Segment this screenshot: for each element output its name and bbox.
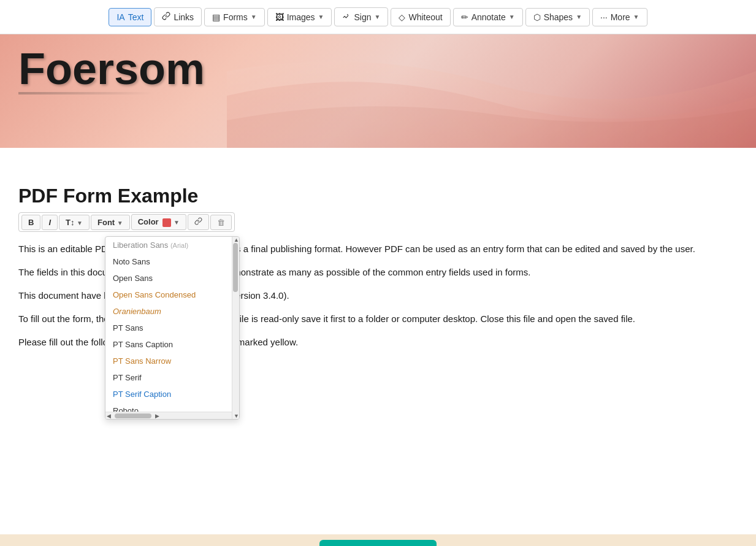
images-icon: 🖼 bbox=[275, 12, 284, 22]
delete-text-button[interactable]: 🗑 bbox=[210, 215, 232, 230]
toolbar-btn-annotate[interactable]: ✏ Annotate ▼ bbox=[453, 8, 523, 26]
link-icon bbox=[162, 12, 170, 22]
chevron-annotate: ▼ bbox=[509, 13, 515, 20]
document-title: PDF Form Example bbox=[18, 185, 738, 207]
document-banner: Foersom bbox=[0, 34, 756, 148]
footer-bar: Given Name Apply changes › bbox=[0, 534, 756, 546]
font-item-liberation[interactable]: Liberation Sans (Arial) bbox=[105, 237, 239, 253]
whiteout-icon: ◇ bbox=[399, 12, 405, 22]
main-toolbar: IA Text Links ▤ Forms ▼ 🖼 Images ▼ Sign … bbox=[0, 0, 756, 34]
sign-icon bbox=[342, 12, 351, 22]
font-dropdown-scrollbar[interactable]: ▲ ▼ bbox=[232, 237, 239, 419]
link-text-button[interactable] bbox=[188, 214, 209, 230]
font-size-button[interactable]: T↕ ▼ bbox=[59, 215, 90, 230]
toolbar-btn-text[interactable]: IA Text bbox=[109, 8, 151, 26]
font-dropdown: Liberation Sans (Arial) Noto Sans Open S… bbox=[105, 236, 240, 420]
font-item-opensans[interactable]: Open Sans bbox=[105, 270, 239, 286]
chevron-forms: ▼ bbox=[251, 13, 257, 20]
text-icon: IA bbox=[116, 12, 124, 22]
font-item-oranienbaum[interactable]: Oranienbaum bbox=[105, 303, 239, 320]
font-dropdown-hscroll[interactable]: ◀ ▶ bbox=[105, 412, 232, 419]
chevron-images: ▼ bbox=[318, 13, 324, 20]
banner-spacer bbox=[0, 148, 756, 166]
shapes-icon: ⬡ bbox=[533, 12, 541, 22]
bold-button[interactable]: B bbox=[21, 215, 40, 230]
font-button[interactable]: Font ▼ bbox=[91, 215, 130, 230]
apply-changes-button[interactable]: Apply changes › bbox=[319, 540, 437, 546]
font-item-pt-serif[interactable]: PT Serif bbox=[105, 369, 239, 386]
annotate-icon: ✏ bbox=[461, 12, 468, 22]
scrollbar-up-arrow[interactable]: ▲ bbox=[234, 237, 239, 243]
main-content: Foersom PDF Form Example B I T↕ bbox=[0, 34, 756, 546]
text-editing-toolbar: B I T↕ ▼ Font ▼ Color ▼ 🗑 bbox=[18, 212, 235, 232]
chevron-shapes: ▼ bbox=[576, 13, 582, 20]
toolbar-btn-more[interactable]: ··· More ▼ bbox=[592, 8, 647, 26]
scrollbar-down-arrow[interactable]: ▼ bbox=[234, 413, 239, 419]
toolbar-btn-shapes[interactable]: ⬡ Shapes ▼ bbox=[525, 8, 590, 26]
toolbar-btn-sign[interactable]: Sign ▼ bbox=[334, 7, 388, 26]
hscroll-left-arrow[interactable]: ◀ bbox=[105, 413, 112, 419]
toolbar-btn-whiteout[interactable]: ◇ Whiteout bbox=[391, 8, 450, 26]
italic-button[interactable]: I bbox=[42, 215, 58, 230]
font-item-noto[interactable]: Noto Sans bbox=[105, 253, 239, 270]
chevron-more: ▼ bbox=[633, 13, 640, 20]
banner-logo: Foersom bbox=[18, 47, 205, 94]
chevron-sign: ▼ bbox=[375, 13, 381, 20]
chevron-size: ▼ bbox=[77, 220, 83, 226]
font-item-pt-serif-caption[interactable]: PT Serif Caption bbox=[105, 386, 239, 402]
banner-wave-svg bbox=[227, 34, 756, 148]
toolbar-btn-links[interactable]: Links bbox=[154, 7, 202, 26]
more-icon: ··· bbox=[600, 12, 608, 22]
link-text-icon bbox=[194, 217, 202, 225]
scrollbar-thumb[interactable] bbox=[233, 243, 238, 292]
font-item-opensans-condensed[interactable]: Open Sans Condensed bbox=[105, 286, 239, 303]
document-area: PDF Form Example B I T↕ ▼ Font ▼ Color ▼ bbox=[0, 166, 756, 534]
font-dropdown-list: Liberation Sans (Arial) Noto Sans Open S… bbox=[105, 237, 239, 419]
chevron-color: ▼ bbox=[174, 219, 180, 226]
font-item-pt-sans-narrow[interactable]: PT Sans Narrow bbox=[105, 353, 239, 369]
color-button[interactable]: Color ▼ bbox=[131, 214, 186, 230]
toolbar-btn-images[interactable]: 🖼 Images ▼ bbox=[267, 8, 332, 26]
hscroll-thumb[interactable] bbox=[115, 413, 151, 418]
forms-icon: ▤ bbox=[212, 12, 220, 22]
font-item-pt-sans[interactable]: PT Sans bbox=[105, 320, 239, 336]
font-item-pt-sans-caption[interactable]: PT Sans Caption bbox=[105, 336, 239, 353]
hscroll-right-arrow[interactable]: ▶ bbox=[154, 413, 161, 419]
toolbar-btn-forms[interactable]: ▤ Forms ▼ bbox=[204, 8, 265, 26]
chevron-font: ▼ bbox=[117, 220, 123, 226]
